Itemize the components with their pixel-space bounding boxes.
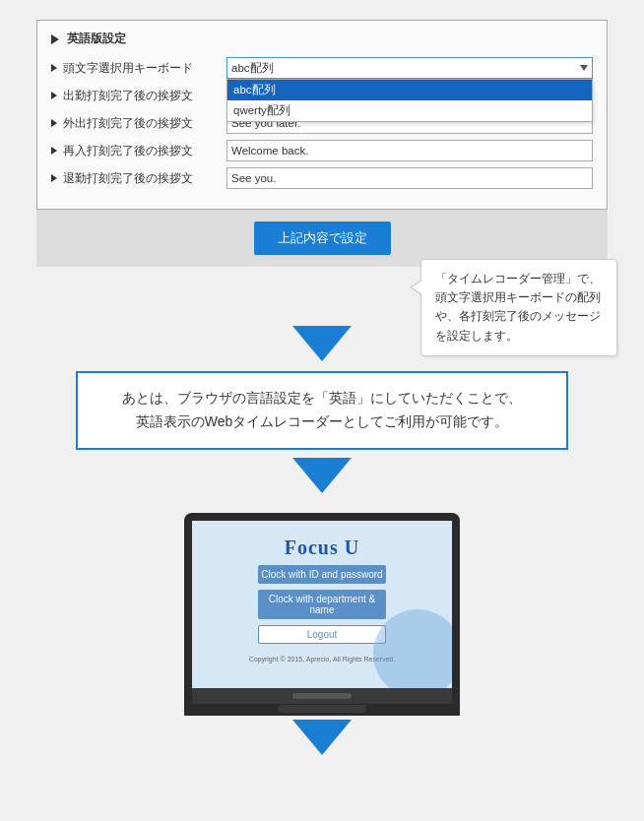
monitor-base	[192, 704, 452, 716]
arrow-down-1	[292, 326, 352, 361]
browser-lang-text-line1: あとは、ブラウザの言語設定を「英語」にしていただくことで、	[122, 390, 522, 406]
set-button-area: 上記内容で設定 「タイムレコーダー管理」で、頭文字選択用キーボードの配列や、各打…	[36, 210, 608, 267]
monitor-stand-bar	[292, 693, 352, 699]
row-triangle-icon-5	[51, 174, 57, 182]
row-triangle-icon-4	[51, 147, 57, 155]
keyboard-dropdown-list: abc配列 qwerty配列	[226, 79, 593, 122]
row-triangle-icon-2	[51, 92, 57, 99]
keyboard-row: 頭文字選択用キーボード abc配列 abc配列 qwerty配列	[51, 57, 593, 79]
greeting-return-label-text: 再入打刻完了後の挨拶文	[63, 144, 193, 158]
arrow-down-icon-1	[292, 326, 352, 361]
arrow-down-icon-3	[292, 720, 352, 755]
keyboard-dropdown-value: abc配列	[231, 61, 274, 76]
greeting-clockout-row: 退勤打刻完了後の挨拶文	[51, 167, 593, 189]
english-settings-box: 英語版設定 頭文字選択用キーボード abc配列 abc配列 qwerty配列	[36, 20, 608, 210]
arrow-down-2	[292, 458, 352, 493]
greeting-outing-label: 外出打刻完了後の挨拶文	[51, 116, 219, 131]
browser-lang-text-line2: 英語表示のWebタイムレコーダーとしてご利用が可能です。	[136, 413, 509, 429]
monitor-btn-2[interactable]: Clock with department & name	[258, 590, 386, 619]
browser-lang-box: あとは、ブラウザの言語設定を「英語」にしていただくことで、 英語表示のWebタイ…	[76, 371, 568, 450]
monitor-foot	[278, 705, 366, 713]
page-wrapper: 英語版設定 頭文字選択用キーボード abc配列 abc配列 qwerty配列	[0, 0, 644, 775]
row-triangle-icon	[51, 64, 57, 72]
callout-text: 「タイムレコーダー管理」で、頭文字選択用キーボードの配列や、各打刻完了後のメッセ…	[435, 272, 601, 343]
callout-box: 「タイムレコーダー管理」で、頭文字選択用キーボードの配列や、各打刻完了後のメッセ…	[420, 259, 617, 356]
monitor-area: Focus U Clock with ID and password Clock…	[184, 513, 460, 716]
greeting-clockout-label: 退勤打刻完了後の挨拶文	[51, 171, 219, 186]
keyboard-dropdown-button[interactable]: abc配列	[226, 57, 593, 79]
monitor-stand	[192, 688, 452, 704]
arrow-down-3	[292, 720, 352, 755]
row-triangle-icon-3	[51, 119, 57, 127]
section-title-text: 英語版設定	[67, 31, 126, 47]
greeting-clockout-input[interactable]	[226, 167, 593, 189]
monitor-btn-1[interactable]: Clock with ID and password	[258, 565, 386, 584]
monitor-btn-3[interactable]: Logout	[258, 625, 386, 644]
monitor-title: Focus U	[285, 537, 359, 559]
keyboard-dropdown[interactable]: abc配列 abc配列 qwerty配列	[226, 57, 593, 79]
dropdown-option-abc[interactable]: abc配列	[227, 80, 592, 100]
dropdown-option-qwerty[interactable]: qwerty配列	[227, 100, 592, 121]
keyboard-label: 頭文字選択用キーボード	[51, 61, 219, 76]
arrow-down-icon-2	[292, 458, 352, 493]
set-button[interactable]: 上記内容で設定	[254, 221, 391, 255]
monitor-screen: Focus U Clock with ID and password Clock…	[192, 521, 452, 688]
section-title: 英語版設定	[51, 31, 593, 47]
greeting-return-row: 再入打刻完了後の挨拶文	[51, 140, 593, 161]
greeting-return-input[interactable]	[226, 140, 593, 161]
keyboard-label-text: 頭文字選択用キーボード	[63, 61, 193, 76]
dropdown-arrow-icon	[580, 65, 588, 71]
greeting-clockin-label-text: 出勤打刻完了後の挨拶文	[63, 89, 193, 103]
greeting-outing-label-text: 外出打刻完了後の挨拶文	[63, 116, 193, 131]
monitor: Focus U Clock with ID and password Clock…	[184, 513, 460, 716]
greeting-return-label: 再入打刻完了後の挨拶文	[51, 144, 219, 158]
greeting-clockout-label-text: 退勤打刻完了後の挨拶文	[63, 171, 193, 186]
greeting-clockin-label: 出勤打刻完了後の挨拶文	[51, 89, 219, 103]
section-triangle-icon	[51, 34, 59, 44]
